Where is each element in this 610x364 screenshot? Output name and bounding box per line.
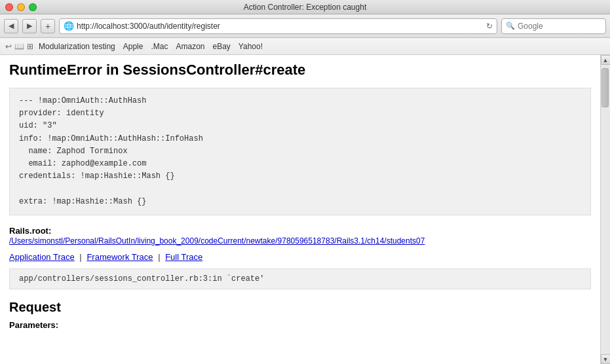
error-data-box: --- !map:OmniAuth::AuthHash provider: id… <box>9 88 591 215</box>
trace-box: app/controllers/sessions_controller.rb:3… <box>9 268 591 289</box>
rails-root-path[interactable]: /Users/simonstl/Personal/RailsOutIn/livi… <box>9 236 425 246</box>
address-bar[interactable]: 🌐 ↻ <box>59 18 497 34</box>
page-content: RuntimeError in SessionsController#creat… <box>0 55 600 364</box>
bookmark-apple[interactable]: Apple <box>121 41 146 52</box>
page-outer: RuntimeError in SessionsController#creat… <box>0 55 610 364</box>
application-trace-link[interactable]: Application Trace <box>9 252 75 262</box>
titlebar: Action Controller: Exception caught <box>0 0 610 14</box>
window-title: Action Controller: Exception caught <box>244 3 366 12</box>
scrollbar: ▲ ▼ <box>600 55 610 364</box>
trace-sep-1: | <box>79 252 81 262</box>
scroll-down-button[interactable]: ▼ <box>601 354 611 364</box>
window-controls <box>5 3 37 11</box>
search-input[interactable] <box>518 22 590 31</box>
trace-sep-2: | <box>158 252 160 262</box>
bookmarks-bar: ↩ 📖 ⊞ Modularization testing Apple .Mac … <box>0 38 610 55</box>
trace-links: Application Trace | Framework Trace | Fu… <box>9 252 591 262</box>
bookmarks-icon: ↩ <box>5 42 12 51</box>
framework-trace-link[interactable]: Framework Trace <box>86 252 153 262</box>
request-section-title: Request <box>9 300 591 315</box>
forward-button[interactable]: ▶ <box>22 19 37 33</box>
address-input[interactable] <box>77 22 484 31</box>
address-globe-icon: 🌐 <box>64 21 74 31</box>
close-button[interactable] <box>5 3 13 11</box>
bookmark-amazon[interactable]: Amazon <box>173 41 207 52</box>
scroll-thumb[interactable] <box>601 68 609 107</box>
bookmark-ebay[interactable]: eBay <box>210 41 233 52</box>
search-icon: 🔍 <box>506 22 515 30</box>
back-button[interactable]: ◀ <box>4 19 18 33</box>
full-trace-link[interactable]: Full Trace <box>165 252 202 262</box>
browser-toolbar: ◀ ▶ + 🌐 ↻ 🔍 <box>0 14 610 38</box>
reload-button[interactable]: ↻ <box>486 22 493 31</box>
maximize-button[interactable] <box>29 3 37 11</box>
search-bar[interactable]: 🔍 <box>501 18 606 34</box>
reading-list-icon: 📖 <box>14 42 24 51</box>
minimize-button[interactable] <box>17 3 25 11</box>
error-data-pre: --- !map:OmniAuth::AuthHash provider: id… <box>19 95 581 208</box>
rails-root-label: Rails.root: <box>9 226 51 236</box>
trace-content: app/controllers/sessions_controller.rb:3… <box>19 274 264 283</box>
scroll-thumb-area <box>601 65 610 354</box>
add-tab-button[interactable]: + <box>41 19 55 33</box>
bookmark-mac[interactable]: .Mac <box>148 41 170 52</box>
params-label: Parameters: <box>9 320 591 330</box>
bookmark-yahoo[interactable]: Yahoo! <box>236 41 265 52</box>
rails-root-section: Rails.root: /Users/simonstl/Personal/Rai… <box>9 226 591 246</box>
scroll-up-button[interactable]: ▲ <box>601 55 611 65</box>
grid-icon: ⊞ <box>27 42 33 51</box>
page-title: RuntimeError in SessionsController#creat… <box>9 62 591 79</box>
bookmark-modularization[interactable]: Modularization testing <box>36 41 118 52</box>
